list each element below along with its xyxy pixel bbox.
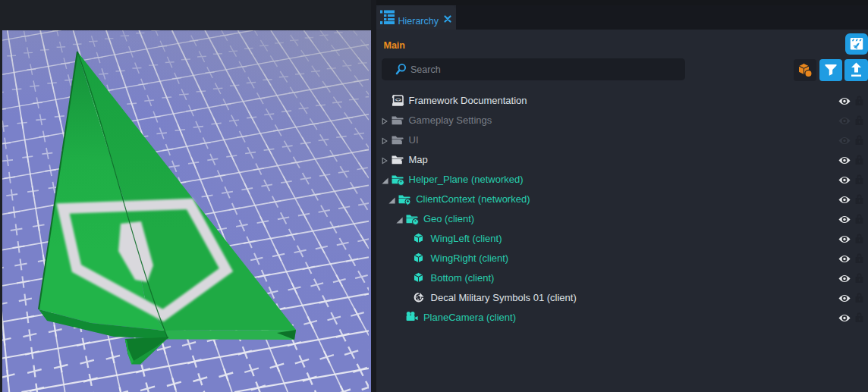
svg-text:<>: <> — [395, 97, 401, 102]
